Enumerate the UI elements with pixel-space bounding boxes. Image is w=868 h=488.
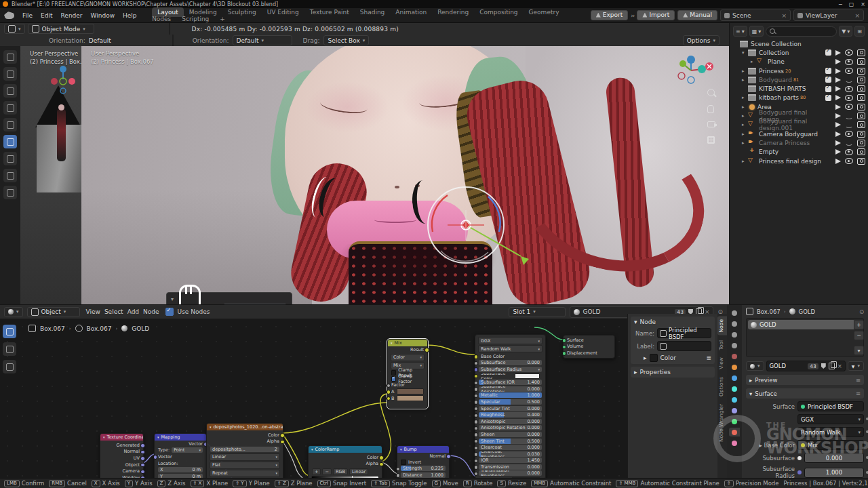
browse-material-dropdown[interactable] [746, 361, 764, 371]
move-tool-icon[interactable] [3, 101, 17, 115]
render-camera-icon[interactable] [857, 158, 865, 165]
menu-item[interactable]: Edit [37, 11, 56, 20]
render-camera-icon[interactable] [857, 148, 865, 155]
outliner-row[interactable]: ▸ Plane [730, 58, 868, 66]
render-camera-icon[interactable] [857, 121, 865, 128]
pan-hand-icon[interactable] [707, 104, 717, 115]
remove-stop-button[interactable]: − [322, 468, 331, 475]
exclude-checkbox[interactable] [825, 68, 831, 74]
constraint-properties-icon[interactable] [729, 406, 740, 415]
add-stop-button[interactable]: + [312, 468, 321, 475]
export-button[interactable]: Export [591, 10, 628, 20]
render-camera-icon[interactable] [857, 94, 865, 101]
node-input-socket[interactable]: Surface [564, 337, 614, 344]
expand-icon[interactable]: ▸ [742, 95, 748, 100]
bsdf-input-row[interactable]: Subsurface Radius [479, 367, 542, 372]
view-layer-properties-icon[interactable] [729, 330, 740, 339]
expand-icon[interactable]: ▸ [742, 104, 748, 110]
slot-dropdown[interactable]: Slot 1 [509, 307, 566, 317]
editor-type-selector[interactable] [4, 24, 25, 34]
material-filter-dropdown[interactable]: ▼ [848, 361, 864, 371]
outliner-display-mode-dropdown[interactable]: ≡▾ [733, 26, 747, 37]
material-output-node[interactable]: SurfaceVolumeDisplacement [563, 335, 615, 359]
visibility-eye-icon[interactable] [845, 49, 853, 56]
sidebar-tab[interactable]: Node [717, 317, 727, 336]
new-collection-button[interactable]: ⊞ [854, 26, 865, 37]
bsdf-input-row[interactable]: Sheen 0.000 [479, 432, 542, 437]
distribution-dropdown[interactable]: GGX [797, 414, 864, 424]
bsdf-input-row[interactable]: Base Color [479, 354, 542, 359]
selectable-icon[interactable] [835, 140, 841, 146]
ortho-toggle-icon[interactable] [707, 136, 717, 146]
maximize-icon[interactable]: ▢ [849, 1, 854, 7]
annotate-tool-icon[interactable] [3, 152, 17, 165]
main-3d-viewport[interactable]: User Perspective (2) Princess | Box.067 [81, 46, 729, 304]
options-dropdown[interactable]: Options [683, 35, 719, 45]
expand-icon[interactable]: ▸ [634, 369, 637, 375]
exclude-checkbox[interactable] [825, 49, 831, 56]
selectable-icon[interactable] [835, 113, 841, 119]
mode-dropdown[interactable]: Object Mode [28, 24, 94, 34]
selectable-icon[interactable] [835, 159, 841, 164]
selectable-icon[interactable] [835, 50, 841, 56]
shader-menu-item[interactable]: Select [102, 308, 125, 315]
expand-icon[interactable]: ▸ [742, 122, 748, 127]
property-value-slider[interactable]: 1.000 [804, 468, 864, 478]
image-texture-node[interactable]: depositphotos_1020...on-abstract-wavy-li… [206, 423, 283, 478]
material-properties-icon[interactable] [729, 428, 740, 436]
selectable-icon[interactable] [835, 149, 841, 155]
mix-node[interactable]: Mix Result Color Mix Clamp Result Clamp … [387, 339, 428, 409]
orientation-value-left[interactable]: Default [89, 37, 111, 44]
bsdf-input-row[interactable]: Sheen Tint 0.500 [479, 439, 542, 444]
expand-icon[interactable]: ▸ [742, 159, 748, 164]
transform-gizmo[interactable] [407, 169, 570, 291]
bsdf-input-row[interactable]: Subsurface 0.000 [479, 360, 542, 365]
render-camera-icon[interactable] [857, 104, 865, 110]
expand-icon[interactable]: ▸ [742, 68, 748, 74]
secondary-3d-viewport[interactable]: User Perspective (2) Princess | Box.067 [20, 46, 81, 304]
bsdf-input-row[interactable]: Transmission 0.000 [479, 464, 542, 470]
node-color-checkbox[interactable] [650, 354, 658, 362]
collapse-icon[interactable]: ▾ [634, 319, 637, 325]
bsdf-input-row[interactable]: IOR 1.450 [479, 458, 542, 463]
bsdf-input-row[interactable]: Specular Tint 0.000 [479, 406, 542, 411]
workspace-tab[interactable]: Compositing [474, 7, 523, 17]
annotate-tool-icon[interactable] [3, 342, 16, 356]
mapping-type-dropdown[interactable]: Point [172, 447, 203, 453]
visibility-eye-icon[interactable] [845, 95, 853, 101]
visibility-eye-icon[interactable] [845, 86, 853, 92]
shader-mode-dropdown[interactable]: Object [27, 307, 80, 317]
sidebar-tab[interactable]: Tool [717, 338, 727, 353]
blender-logo-icon[interactable] [4, 12, 14, 19]
manual-button[interactable]: Manual [677, 10, 717, 20]
clamp-factor-checkbox[interactable] [391, 376, 396, 382]
outliner-row[interactable]: Scene Collection [730, 39, 868, 48]
image-option-dropdown[interactable]: Flat [210, 462, 280, 469]
visibility-eye-icon[interactable] [845, 122, 853, 128]
selectable-icon[interactable] [835, 77, 841, 83]
visibility-eye-icon[interactable] [845, 131, 853, 137]
visibility-eye-icon[interactable] [845, 77, 853, 83]
image-option-dropdown[interactable]: Repeat [210, 470, 280, 477]
remove-viewlayer-icon[interactable]: × [854, 12, 860, 19]
select-box-tool-icon[interactable] [3, 67, 17, 81]
image-datablock[interactable]: depositphoto...2 [210, 447, 279, 452]
bsdf-input-row[interactable]: Clearcoat Roughness 0.030 [479, 451, 542, 457]
bsdf-input-row[interactable]: Specular 0.500 [479, 399, 542, 405]
outliner-row[interactable]: ▸ Bodyguard 81 [730, 75, 868, 84]
remove-slot-button[interactable]: − [854, 331, 864, 340]
sidebar-tab[interactable]: Node Wrangler [717, 401, 727, 445]
shader-menu-item[interactable]: View [84, 308, 102, 315]
mix-a-color-swatch[interactable] [397, 388, 424, 394]
selectable-icon[interactable] [835, 131, 841, 137]
slot-specials-dropdown[interactable]: ▾ [854, 346, 864, 355]
physics-properties-icon[interactable] [729, 395, 740, 404]
drag-dropdown[interactable]: Select Box [323, 35, 369, 45]
unlink-icon[interactable]: × [781, 12, 787, 19]
selectable-icon[interactable] [835, 68, 841, 74]
material-name-field[interactable]: GOLD 43 × [766, 361, 846, 371]
outliner-row[interactable]: ▾ Collection [730, 48, 868, 57]
distance-slider[interactable]: Distance1.000 [401, 472, 446, 478]
vector-field[interactable]: X0 m [158, 467, 203, 472]
surface-shader-button[interactable]: Principled BSDF [797, 401, 864, 411]
